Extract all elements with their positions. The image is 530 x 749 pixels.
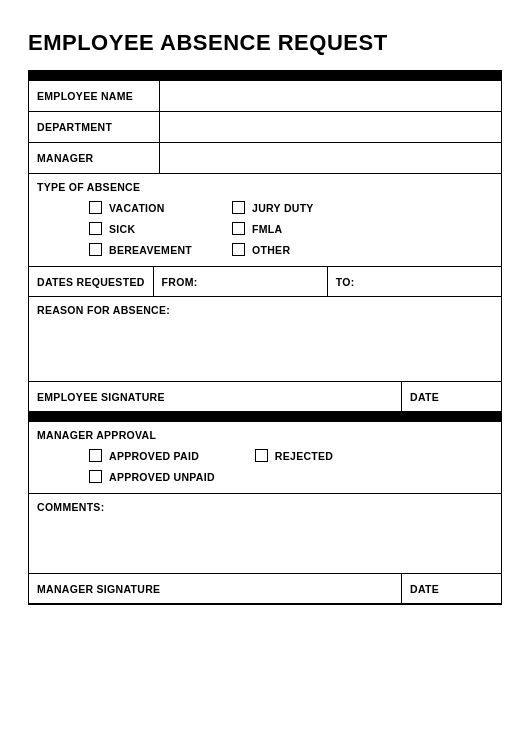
absence-col-2: JURY DUTY FMLA OTHER xyxy=(232,201,314,256)
reason-body[interactable] xyxy=(29,316,501,381)
checkbox-rejected-label: REJECTED xyxy=(275,450,333,462)
page-title: EMPLOYEE ABSENCE REQUEST xyxy=(28,30,502,56)
dates-from[interactable]: FROM: xyxy=(153,267,327,296)
manager-approval-header: MANAGER APPROVAL xyxy=(29,422,501,445)
checkbox-approved-paid-box xyxy=(89,449,102,462)
reason-section: REASON FOR ABSENCE: xyxy=(29,297,501,382)
reason-header: REASON FOR ABSENCE: xyxy=(29,297,501,316)
checkbox-approved-unpaid[interactable]: APPROVED UNPAID xyxy=(89,470,215,483)
checkbox-sick-label: SICK xyxy=(109,223,135,235)
employee-signature-row: EMPLOYEE SIGNATURE DATE xyxy=(29,382,501,412)
department-label: DEPARTMENT xyxy=(29,112,159,142)
checkbox-sick[interactable]: SICK xyxy=(89,222,192,235)
manager-signature-row: MANAGER SIGNATURE DATE xyxy=(29,574,501,604)
employee-name-row: EMPLOYEE NAME xyxy=(29,81,501,112)
checkbox-other-box xyxy=(232,243,245,256)
checkbox-other[interactable]: OTHER xyxy=(232,243,314,256)
approval-checkboxes: APPROVED PAID APPROVED UNPAID REJECTED xyxy=(29,445,501,493)
manager-row: MANAGER xyxy=(29,143,501,174)
checkbox-approved-unpaid-box xyxy=(89,470,102,483)
checkbox-approved-unpaid-label: APPROVED UNPAID xyxy=(109,471,215,483)
dates-requested-label: DATES REQUESTED xyxy=(29,267,153,296)
employee-name-value[interactable] xyxy=(159,81,501,111)
checkbox-rejected[interactable]: REJECTED xyxy=(255,449,333,462)
checkbox-approved-paid[interactable]: APPROVED PAID xyxy=(89,449,215,462)
comments-body[interactable] xyxy=(29,513,501,573)
checkbox-bereavement-box xyxy=(89,243,102,256)
absence-checkboxes: VACATION SICK BEREAVEMENT JURY DUTY xyxy=(29,197,501,266)
department-row: DEPARTMENT xyxy=(29,112,501,143)
checkbox-jury-duty-label: JURY DUTY xyxy=(252,202,314,214)
checkbox-fmla-label: FMLA xyxy=(252,223,282,235)
checkbox-other-label: OTHER xyxy=(252,244,290,256)
comments-header: COMMENTS: xyxy=(29,494,501,513)
employee-name-label: EMPLOYEE NAME xyxy=(29,81,159,111)
checkbox-fmla-box xyxy=(232,222,245,235)
comments-section: COMMENTS: xyxy=(29,494,501,574)
manager-label: MANAGER xyxy=(29,143,159,173)
checkbox-bereavement[interactable]: BEREAVEMENT xyxy=(89,243,192,256)
absence-col-1: VACATION SICK BEREAVEMENT xyxy=(89,201,192,256)
dates-requested-row: DATES REQUESTED FROM: TO: xyxy=(29,267,501,297)
employee-signature-label: EMPLOYEE SIGNATURE xyxy=(29,382,401,411)
form-container: EMPLOYEE NAME DEPARTMENT MANAGER TYPE OF… xyxy=(28,70,502,605)
checkbox-rejected-box xyxy=(255,449,268,462)
checkbox-vacation-label: VACATION xyxy=(109,202,165,214)
approval-col-1: APPROVED PAID APPROVED UNPAID xyxy=(89,449,215,483)
dates-to[interactable]: TO: xyxy=(327,267,501,296)
checkbox-approved-paid-label: APPROVED PAID xyxy=(109,450,199,462)
checkbox-sick-box xyxy=(89,222,102,235)
manager-date-label: DATE xyxy=(401,574,501,603)
checkbox-vacation[interactable]: VACATION xyxy=(89,201,192,214)
checkbox-vacation-box xyxy=(89,201,102,214)
approval-col-2: REJECTED xyxy=(255,449,333,483)
absence-type-header: TYPE OF ABSENCE xyxy=(29,174,501,197)
checkbox-jury-duty[interactable]: JURY DUTY xyxy=(232,201,314,214)
manager-value[interactable] xyxy=(159,143,501,173)
checkbox-jury-duty-box xyxy=(232,201,245,214)
employee-date-label: DATE xyxy=(401,382,501,411)
manager-signature-label: MANAGER SIGNATURE xyxy=(29,574,401,603)
top-bar xyxy=(29,71,501,81)
department-value[interactable] xyxy=(159,112,501,142)
checkbox-fmla[interactable]: FMLA xyxy=(232,222,314,235)
absence-type-section: TYPE OF ABSENCE VACATION SICK BEREAVEMEN… xyxy=(29,174,501,267)
manager-approval-section: MANAGER APPROVAL APPROVED PAID APPROVED … xyxy=(29,422,501,494)
checkbox-bereavement-label: BEREAVEMENT xyxy=(109,244,192,256)
middle-bar xyxy=(29,412,501,422)
